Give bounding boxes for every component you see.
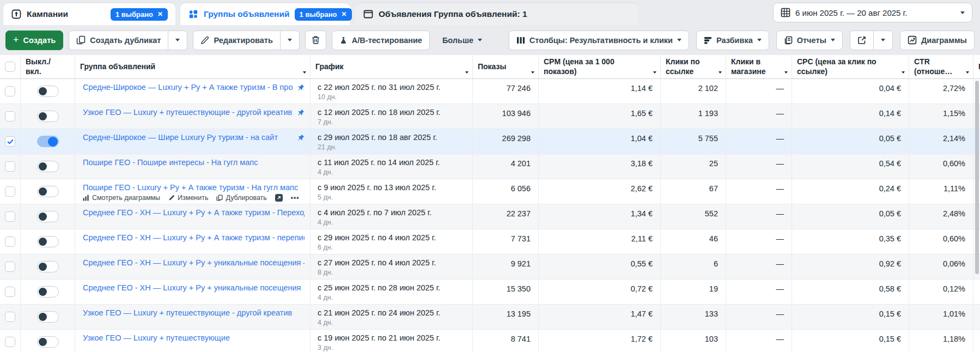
sort-caret-icon[interactable] [303, 71, 306, 74]
adset-name-link[interactable]: Средне-Широкое — Luxury + Ру + А также т… [83, 83, 293, 92]
column-header-impressions[interactable]: Показы [473, 55, 539, 78]
adset-name-link[interactable]: Среднее ГЕО - ХН — Luxury + Ру + уникаль… [83, 283, 305, 292]
table-row[interactable]: Среднее ГЕО - ХН — Luxury + Ру + А также… [0, 229, 980, 254]
select-all-checkbox[interactable] [5, 62, 15, 72]
ctr-value: 0,60% [909, 154, 973, 179]
row-checkbox[interactable] [5, 136, 15, 147]
row-active-toggle[interactable] [37, 186, 59, 197]
column-header-cpm[interactable]: CPM (цена за 1 000 показов) [539, 55, 661, 78]
delete-button[interactable] [305, 31, 326, 50]
breakdown-button[interactable]: Разбивка [696, 31, 769, 50]
row-checkbox[interactable] [5, 186, 15, 197]
table-row[interactable]: Среднее ГЕО - ХН — Luxury + Ру + уникаль… [0, 254, 980, 280]
table-row[interactable]: Пошире ГЕО - Пошире интересы - На гугл м… [0, 154, 980, 179]
cpm-value: 1,72 € [539, 330, 661, 352]
duplicate-action[interactable]: Дублировать [216, 194, 266, 202]
column-header-cpc[interactable]: CPC (цена за клик по ссылке) [792, 55, 909, 78]
row-checkbox[interactable] [5, 262, 15, 272]
column-header-store-clicks[interactable]: Клики в магазине [726, 55, 792, 78]
table-row[interactable]: Узкое ГЕО — Luxury + путешествующие - др… [0, 305, 980, 330]
share-action[interactable] [275, 194, 283, 202]
edit-action[interactable]: Изменить [168, 194, 208, 202]
date-range-picker[interactable]: 6 июн 2025 г. — 20 авг 2025 г. [773, 3, 972, 22]
adset-name-link[interactable]: Узкое ГЕО — Luxury + путешествующие - др… [83, 308, 305, 317]
column-header-schedule[interactable]: График [311, 55, 473, 78]
row-checkbox[interactable] [5, 161, 15, 172]
column-header-name[interactable]: Группа объявлений [75, 55, 311, 78]
row-checkbox[interactable] [5, 312, 15, 322]
row-checkbox[interactable] [5, 337, 15, 347]
row-checkbox[interactable] [5, 86, 15, 96]
tab-ads[interactable]: Объявления Группа объявлений: 1 [355, 3, 638, 25]
ab-test-button-label: A/B-тестирование [352, 36, 422, 45]
sort-caret-icon[interactable] [784, 71, 788, 74]
adset-name-link[interactable]: Узкое ГЕО — Luxury + путешествующие - др… [83, 108, 293, 117]
sort-caret-icon[interactable] [531, 71, 534, 74]
sort-caret-icon[interactable] [966, 71, 969, 74]
edit-button[interactable]: Редактировать [193, 31, 279, 50]
row-checkbox[interactable] [5, 111, 15, 122]
cpc-value: 0,24 € [792, 179, 909, 204]
columns-button[interactable]: Столбцы: Результативность и клики [509, 31, 689, 50]
duplicate-dropdown[interactable] [168, 31, 187, 50]
ab-test-button[interactable]: A/B-тестирование [332, 31, 430, 50]
table-row[interactable]: Пошире ГЕО - Luxury + Ру + А также туриз… [0, 179, 980, 204]
row-active-toggle[interactable] [37, 336, 59, 348]
adset-name-link[interactable]: Средне-Широкое — Шире Luxury Ру туризм -… [83, 133, 293, 142]
duplicate-button[interactable]: Создать дубликат [69, 31, 168, 50]
row-active-toggle[interactable] [37, 136, 59, 147]
adset-name-link[interactable]: Пошире ГЕО - Luxury + Ру + А также туриз… [83, 183, 305, 192]
export-button[interactable] [850, 31, 873, 50]
toggle-knob [39, 313, 47, 321]
table-row[interactable]: Узкое ГЕО — Luxury + путешествующие - др… [0, 104, 980, 129]
tab-campaigns[interactable]: Кампании 1 выбрано ✕ [3, 3, 175, 25]
sort-caret-icon[interactable] [653, 71, 656, 74]
more-actions[interactable]: ••• [291, 194, 300, 202]
table-row[interactable]: Среднее ГЕО - ХН — Luxury + Ру + А также… [0, 204, 980, 229]
sort-caret-icon[interactable] [902, 71, 905, 74]
table-row[interactable]: Средне-Широкое — Шире Luxury Ру туризм -… [0, 129, 980, 154]
table-row[interactable]: Узкое ГЕО — Luxury + путешествующие Смот… [0, 330, 980, 352]
clear-campaign-selection-icon[interactable]: ✕ [157, 10, 163, 18]
adset-name-link[interactable]: Среднее ГЕО - ХН — Luxury + Ру + А также… [83, 208, 305, 217]
vertical-scrollbar[interactable] [975, 81, 979, 274]
table-row[interactable]: Среднее ГЕО - ХН — Luxury + Ру + уникаль… [0, 280, 980, 305]
row-checkbox[interactable] [5, 211, 15, 222]
adset-name-link[interactable]: Среднее ГЕО - ХН — Luxury + Ру + А также… [83, 233, 305, 242]
row-active-toggle[interactable] [37, 311, 59, 323]
reports-button[interactable]: Отчеты [776, 31, 843, 50]
export-dropdown[interactable] [873, 31, 892, 50]
column-header-ctr[interactable]: CTR (отноше… [909, 55, 973, 78]
clear-adset-selection-icon[interactable]: ✕ [341, 10, 346, 18]
name-header-label: Группа объявлений [80, 62, 298, 71]
row-active-toggle[interactable] [37, 161, 59, 172]
toggle-knob [39, 288, 47, 296]
column-header-toggle[interactable]: Выкл./вкл. [21, 55, 75, 78]
link-clicks-value: 5 755 [661, 129, 726, 154]
charts-button[interactable]: Диаграммы [900, 31, 975, 50]
edit-dropdown[interactable] [280, 31, 299, 50]
adset-name-link[interactable]: Среднее ГЕО - ХН — Luxury + Ру + уникаль… [83, 258, 305, 267]
copy-icon [76, 35, 86, 45]
create-button[interactable]: + Создать [5, 31, 63, 50]
tab-adsets[interactable]: Группы объявлений 1 выбрано ✕ [180, 3, 350, 25]
row-active-toggle[interactable] [37, 111, 59, 122]
row-active-toggle[interactable] [37, 286, 59, 298]
more-button[interactable]: Больше [435, 31, 489, 50]
sort-caret-icon[interactable] [465, 71, 468, 74]
adset-name-link[interactable]: Пошире ГЕО - Пошире интересы - На гугл м… [83, 158, 305, 167]
cpc-value: 0,15 € [792, 305, 909, 329]
row-active-toggle[interactable] [37, 261, 59, 272]
table-row[interactable]: Средне-Широкое — Luxury + Ру + А также т… [0, 79, 980, 104]
row-checkbox[interactable] [5, 236, 15, 247]
cutoff-cell [973, 305, 980, 329]
row-checkbox[interactable] [5, 287, 15, 297]
row-active-toggle[interactable] [37, 86, 59, 97]
schedule-days: 3 дн. [318, 344, 467, 351]
row-active-toggle[interactable] [37, 236, 59, 247]
adset-name-link[interactable]: Узкое ГЕО — Luxury + путешествующие [83, 333, 305, 342]
column-header-link-clicks[interactable]: Клики по ссылке [661, 55, 726, 78]
view-charts-action[interactable]: Смотреть диаграммы [83, 194, 160, 202]
sort-caret-icon[interactable] [719, 71, 722, 74]
row-active-toggle[interactable] [37, 211, 59, 222]
